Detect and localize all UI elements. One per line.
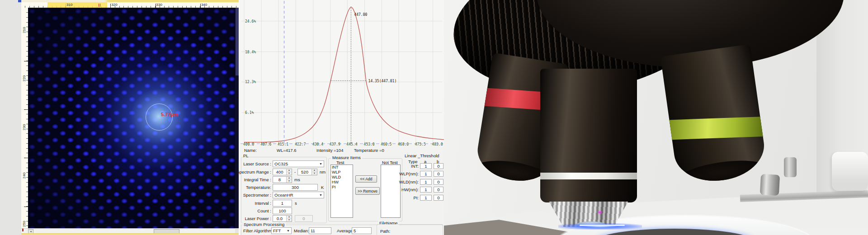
threshold-row-label: HW(nm): bbox=[389, 187, 419, 192]
svg-text:483.0: 483.0 bbox=[432, 142, 443, 146]
measure-item[interactable]: WLP bbox=[331, 170, 353, 175]
threshold-b-field[interactable]: 0 bbox=[434, 171, 443, 177]
average-field[interactable]: 5 bbox=[352, 227, 372, 234]
stage-screw-small bbox=[784, 157, 797, 177]
measure-item[interactable]: HW bbox=[331, 180, 353, 185]
laser-power-label: Laser Power : bbox=[218, 216, 271, 221]
image-vignette bbox=[28, 8, 235, 228]
threshold-b-field[interactable]: 0 bbox=[434, 163, 443, 169]
measure-item[interactable]: INT bbox=[331, 165, 353, 170]
svg-text:18.4%: 18.4% bbox=[245, 50, 256, 54]
svg-text:407.6: 407.6 bbox=[260, 142, 271, 146]
test-items-listbox[interactable]: INTWLPWLDHWPI bbox=[330, 164, 353, 218]
ruler-top-label: 310 bbox=[66, 3, 72, 7]
spin-down-icon[interactable]: ▼ bbox=[287, 180, 292, 183]
threshold-a-field[interactable]: 1 bbox=[420, 179, 432, 185]
ruler-cursor-mark bbox=[99, 4, 101, 7]
spin-down-icon[interactable]: ▼ bbox=[287, 172, 292, 175]
temperature-unit: K bbox=[321, 185, 324, 190]
spin-down-icon[interactable]: ▼ bbox=[312, 172, 317, 175]
ruler-vertical: 210220230240250 bbox=[21, 8, 28, 228]
threshold-row-label: PI: bbox=[389, 195, 419, 200]
laser-speck bbox=[599, 212, 601, 213]
dropdown-arrow-icon[interactable]: ▼ bbox=[285, 229, 291, 232]
status-intensity: Intensity =104 bbox=[316, 148, 343, 153]
threshold-row-label: INT: bbox=[389, 164, 419, 169]
laser-power-stepper[interactable]: 0.0 ▲▼ bbox=[273, 215, 292, 222]
svg-text:468.0: 468.0 bbox=[398, 142, 409, 146]
measure-items-title: Measure Items bbox=[331, 155, 362, 160]
threshold-a-field[interactable]: 1 bbox=[420, 171, 432, 177]
median-field[interactable]: 11 bbox=[309, 227, 331, 234]
threshold-a-field[interactable]: 1 bbox=[420, 187, 432, 193]
threshold-row-label: WLP(nm): bbox=[389, 171, 419, 176]
dropdown-arrow-icon[interactable]: ▼ bbox=[318, 162, 324, 165]
ruler-left-label: 240 bbox=[22, 169, 26, 182]
pl-group-title: PL bbox=[243, 153, 249, 158]
dropdown-arrow-icon[interactable]: ▼ bbox=[318, 193, 324, 197]
add-button[interactable]: << Add bbox=[355, 175, 377, 183]
objective-ring-white bbox=[540, 173, 637, 179]
laser-source-select[interactable]: OC325 ▼ bbox=[273, 160, 324, 167]
measure-item[interactable]: PI bbox=[331, 185, 353, 190]
svg-text:14.35(447.01): 14.35(447.01) bbox=[368, 79, 397, 83]
spectrum-processing-title: Spectrum Processing bbox=[242, 222, 286, 227]
ruler-cursor-mark-vertical bbox=[22, 229, 24, 231]
spectrometer-label: Spectrometer : bbox=[218, 193, 271, 197]
svg-text:422.7: 422.7 bbox=[295, 142, 306, 146]
interval-field[interactable]: 1 bbox=[273, 200, 292, 207]
svg-text:437.9: 437.9 bbox=[330, 142, 340, 146]
camera-image[interactable]: 5.77μm bbox=[28, 8, 235, 228]
svg-text:415.1: 415.1 bbox=[278, 142, 288, 146]
filter-algorithm-label: Filter Algorithm: bbox=[243, 228, 273, 233]
measurement-label: 5.77μm bbox=[161, 112, 178, 117]
measurement-circle bbox=[146, 103, 173, 131]
median-label: Median: bbox=[294, 228, 309, 233]
remove-button[interactable]: >> Remove bbox=[355, 187, 380, 195]
integral-time-stepper[interactable]: 8 ▲▼ bbox=[273, 176, 292, 183]
spectrum-range-to-stepper[interactable]: 520 ▲▼ bbox=[297, 169, 317, 175]
ruler-top-label: 330 bbox=[156, 3, 162, 7]
stage-screw bbox=[760, 174, 780, 196]
svg-text:12.3%: 12.3% bbox=[245, 80, 256, 84]
laser-power-readout-field: 0 bbox=[295, 215, 313, 222]
spin-down-icon[interactable]: ▼ bbox=[287, 219, 292, 221]
svg-text:430.4: 430.4 bbox=[312, 142, 323, 146]
svg-text:447.00: 447.00 bbox=[354, 13, 367, 17]
spectrum-range-unit: nm bbox=[320, 169, 326, 174]
threshold-b-field[interactable]: 0 bbox=[434, 179, 443, 185]
threshold-table: INT:10WLP(nm):10WLD(nm):10HW(nm):10PI:10 bbox=[389, 154, 445, 221]
integral-time-unit: ms bbox=[294, 177, 300, 182]
threshold-row-label: WLD(nm): bbox=[389, 179, 419, 184]
threshold-a-field[interactable]: 1 bbox=[420, 163, 432, 169]
temperature-field[interactable]: 300 bbox=[273, 184, 318, 191]
screenshot-root: 310320330340 210220230240250 5.77μm ◂ 44… bbox=[0, 0, 868, 235]
path-label: Path: bbox=[380, 229, 390, 234]
threshold-a-field[interactable]: 1 bbox=[420, 195, 432, 201]
range-separator: - bbox=[294, 169, 296, 174]
objective-center bbox=[540, 69, 637, 202]
count-field[interactable]: 100 bbox=[273, 207, 292, 214]
window-corner bbox=[18, 0, 21, 2]
ruler-top-label: 340 bbox=[201, 3, 207, 7]
spectrum-range-from-stepper[interactable]: 400 ▲▼ bbox=[273, 169, 292, 175]
spectrum-range-label: Spectrum Range : bbox=[218, 169, 271, 174]
laser-glow-core bbox=[580, 225, 625, 226]
svg-text:445.4: 445.4 bbox=[346, 142, 357, 146]
focus-knob bbox=[832, 152, 868, 191]
window-bottom-edge bbox=[21, 233, 240, 235]
spectrum-chart[interactable]: 447.0014.35(447.01)400.0407.6415.1422.74… bbox=[240, 0, 444, 146]
filter-algorithm-select[interactable]: FFT ▼ bbox=[271, 227, 292, 234]
measure-item[interactable]: WLD bbox=[331, 175, 353, 180]
interval-label: Interval : bbox=[218, 201, 271, 206]
ruler-top-label: 320 bbox=[111, 3, 117, 7]
svg-text:24.6%: 24.6% bbox=[245, 19, 256, 24]
ruler-left-label: 210 bbox=[22, 24, 26, 37]
spectrometer-select[interactable]: OceanHR ▼ bbox=[273, 192, 324, 198]
microscope-photo bbox=[444, 0, 868, 235]
count-label: Count : bbox=[218, 208, 271, 213]
threshold-b-field[interactable]: 0 bbox=[434, 195, 443, 201]
svg-text:453.0: 453.0 bbox=[364, 142, 375, 146]
threshold-b-field[interactable]: 0 bbox=[434, 187, 443, 193]
status-wavelength: WL=417.6 bbox=[277, 148, 297, 153]
